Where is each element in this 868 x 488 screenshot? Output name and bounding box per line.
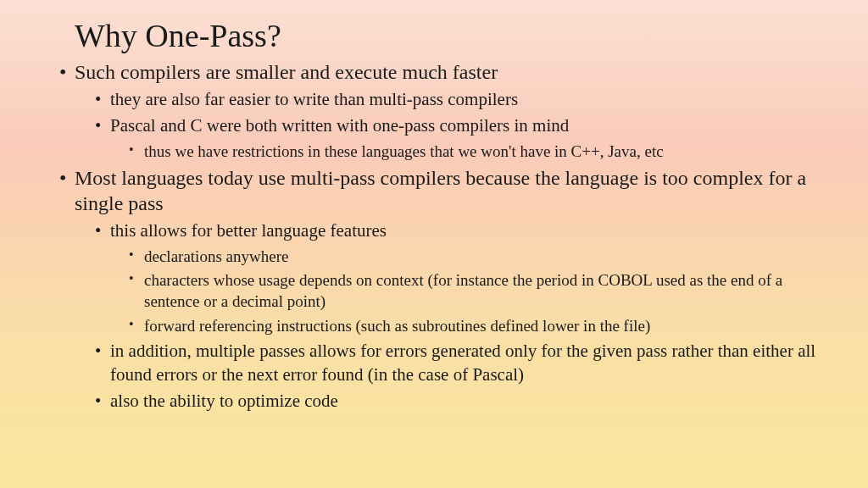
list-item: declarations anywhere bbox=[144, 247, 836, 268]
list-item: Such compilers are smaller and execute m… bbox=[75, 59, 836, 85]
list-item: characters whose usage depends on contex… bbox=[144, 270, 836, 312]
list-item: Most languages today use multi-pass comp… bbox=[75, 165, 836, 216]
bullet-list: Such compilers are smaller and execute m… bbox=[75, 59, 836, 413]
list-item: this allows for better language features bbox=[110, 219, 836, 242]
list-item: also the ability to optimize code bbox=[110, 390, 836, 413]
slide-title: Why One-Pass? bbox=[75, 17, 836, 54]
list-item: they are also far easier to write than m… bbox=[110, 88, 836, 111]
list-item: in addition, multiple passes allows for … bbox=[110, 340, 836, 386]
list-item: thus we have restrictions in these langu… bbox=[144, 141, 836, 163]
list-item: Pascal and C were both written with one-… bbox=[110, 114, 836, 137]
list-item: forward referencing instructions (such a… bbox=[144, 316, 836, 337]
